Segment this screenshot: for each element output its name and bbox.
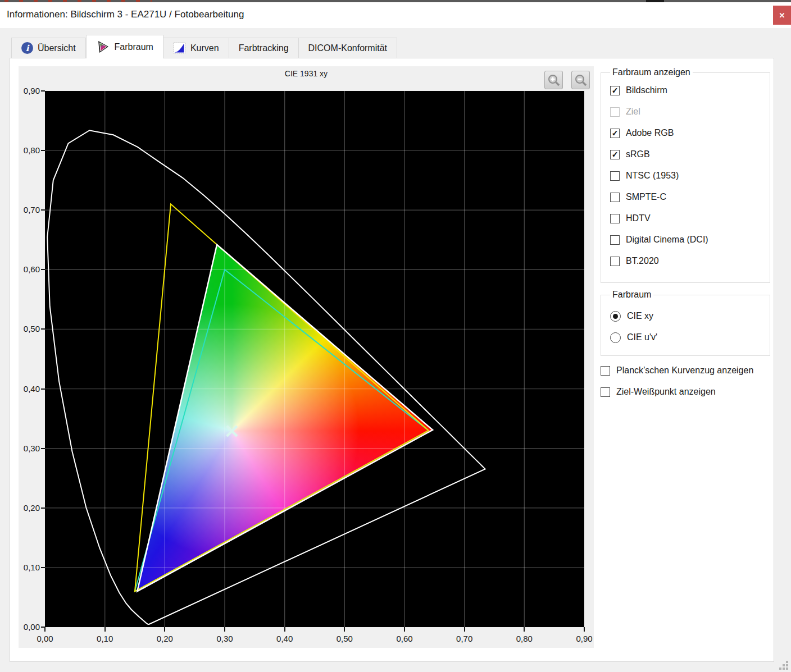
title-bar: Informationen: Bildschirm 3 - EA271U / F… (0, 2, 791, 28)
tab-label: Farbraum (115, 42, 153, 52)
checkbox-unchecked-icon (610, 107, 620, 117)
y-axis-tick (41, 627, 45, 628)
x-axis-tick-label: 0,80 (507, 634, 541, 643)
checkbox-unchecked-icon (610, 257, 620, 266)
tab-label: Übersicht (38, 43, 76, 53)
checkbox-unchecked-icon (601, 387, 610, 397)
y-axis-tick-label: 0,00 (19, 622, 40, 632)
checkbox-label: Ziel (626, 107, 640, 117)
y-axis-tick-label: 0,10 (19, 563, 40, 573)
checkbox-label: BT.2020 (626, 256, 659, 266)
cie-diagram-overlay (45, 91, 584, 627)
tab-farbraum[interactable]: Farbraum (86, 35, 163, 58)
checkbox-label: Adobe RGB (626, 128, 674, 138)
extra-options: Planck’schen Kurvenzug anzeigenZiel-Weiß… (601, 360, 776, 403)
checkbox-label: Bildschirm (626, 85, 667, 95)
y-axis-tick-label: 0,50 (19, 324, 40, 334)
x-axis-tick (404, 627, 405, 632)
x-axis-tick (164, 627, 165, 632)
checkbox-label: Ziel-Weißpunkt anzeigen (616, 387, 716, 397)
checkbox-adobe-rgb[interactable]: ✓Adobe RGB (610, 122, 770, 144)
y-axis-tick (41, 567, 45, 568)
tab-bar: iÜbersichtFarbraumKurvenFarbtrackingDICO… (11, 35, 397, 58)
checkbox-bildschirm[interactable]: ✓Bildschirm (610, 80, 770, 101)
checkbox-label: NTSC (1953) (626, 171, 679, 181)
zoom-out-button[interactable] (571, 71, 590, 89)
gamut-display-group: Farbraum anzeigen ✓BildschirmZiel✓Adobe … (601, 67, 770, 283)
series-spektralfarbenzug-cie-1931 (47, 130, 485, 624)
checkbox-planck-schen-kurvenzug-anzeigen[interactable]: Planck’schen Kurvenzug anzeigen (601, 360, 776, 381)
checkbox-label: HDTV (626, 213, 651, 223)
checkbox-unchecked-icon (610, 193, 620, 202)
zoom-in-button[interactable] (544, 71, 563, 89)
checkbox-smpte-c[interactable]: SMPTE-C (610, 186, 770, 208)
x-axis-tick (344, 627, 345, 632)
gamut-display-group-legend: Farbraum anzeigen (610, 67, 693, 77)
checkbox-digital-cinema-dci[interactable]: Digital Cinema (DCI) (610, 229, 770, 250)
x-axis-tick (104, 627, 106, 632)
checkbox-checked-icon: ✓ (610, 129, 620, 138)
x-axis-tick-label: 0,00 (28, 634, 62, 643)
close-button[interactable]: ✕ (773, 6, 791, 25)
checkbox-label: Planck’schen Kurvenzug anzeigen (616, 365, 753, 376)
x-axis-tick (284, 627, 285, 632)
info-icon: i (21, 42, 33, 54)
gamut-icon (96, 40, 110, 53)
x-axis-tick-label: 0,20 (148, 634, 181, 643)
y-axis-tick-label: 0,70 (19, 205, 40, 215)
color-space-group: Farbraum CIE xyCIE u'v' (601, 290, 770, 356)
tab-farbtracking[interactable]: Farbtracking (229, 38, 299, 58)
color-space-group-legend: Farbraum (610, 290, 653, 300)
x-axis-tick-label: 0,40 (268, 634, 302, 643)
x-axis-tick (524, 627, 525, 632)
checkbox-unchecked-icon (610, 171, 620, 181)
x-axis-tick-label: 0,30 (208, 634, 242, 643)
radio-cie-xy[interactable]: CIE xy (610, 305, 770, 327)
x-axis-tick-label: 0,70 (448, 634, 481, 643)
checkbox-unchecked-icon (610, 214, 620, 223)
y-axis-tick-label: 0,30 (19, 444, 40, 454)
chart-panel: CIE 1931 xy 0,000,100,200,300,400,500,60… (19, 66, 594, 648)
y-axis-tick (41, 269, 45, 270)
checkbox-srgb[interactable]: ✓sRGB (610, 144, 770, 165)
y-axis-tick-label: 0,40 (19, 384, 40, 394)
tab-dicom-konformit-t[interactable]: DICOM-Konformität (299, 38, 397, 58)
magnifier-minus-icon (574, 74, 588, 87)
y-axis-tick-label: 0,60 (19, 264, 40, 275)
checkbox-label: sRGB (626, 149, 650, 159)
window-resize-grip[interactable] (778, 660, 788, 670)
radio-cie-u-v[interactable]: CIE u'v' (610, 327, 770, 348)
x-axis-tick (584, 627, 585, 632)
y-axis-tick-label: 0,80 (19, 145, 40, 156)
x-axis-tick (224, 627, 225, 632)
curve-icon (173, 42, 186, 54)
x-axis-tick-label: 0,60 (388, 634, 421, 643)
background-window-dashes (4, 0, 152, 2)
checkbox-label: Digital Cinema (DCI) (626, 235, 708, 245)
checkbox-checked-icon: ✓ (610, 86, 620, 95)
x-axis-tick-label: 0,10 (88, 634, 122, 643)
resize-grip-dots (786, 668, 788, 670)
x-axis-tick (44, 627, 46, 632)
y-axis-tick (41, 328, 45, 330)
checkbox-label: SMPTE-C (626, 192, 666, 202)
close-icon: ✕ (779, 11, 785, 20)
tab-kurven[interactable]: Kurven (163, 38, 229, 58)
y-axis-tick (41, 448, 45, 449)
checkbox-unchecked-icon (601, 366, 610, 376)
tab-bersicht[interactable]: iÜbersicht (11, 38, 86, 58)
radio-label: CIE u'v' (627, 332, 657, 342)
y-axis-tick (41, 209, 45, 211)
checkbox-ziel-wei-punkt-anzeigen[interactable]: Ziel-Weißpunkt anzeigen (601, 381, 776, 403)
checkbox-ntsc-1953[interactable]: NTSC (1953) (610, 165, 770, 186)
y-axis-tick (41, 150, 45, 151)
checkbox-hdtv[interactable]: HDTV (610, 208, 770, 229)
y-axis-tick-label: 0,90 (19, 86, 40, 96)
radio-selected-icon (610, 311, 621, 322)
cie-diagram-plot (45, 91, 584, 627)
y-axis-tick (41, 90, 45, 92)
tab-label: Farbtracking (239, 43, 289, 53)
checkbox-bt-2020[interactable]: BT.2020 (610, 250, 770, 272)
checkbox-ziel[interactable]: Ziel (610, 101, 770, 122)
radio-label: CIE xy (627, 311, 653, 321)
